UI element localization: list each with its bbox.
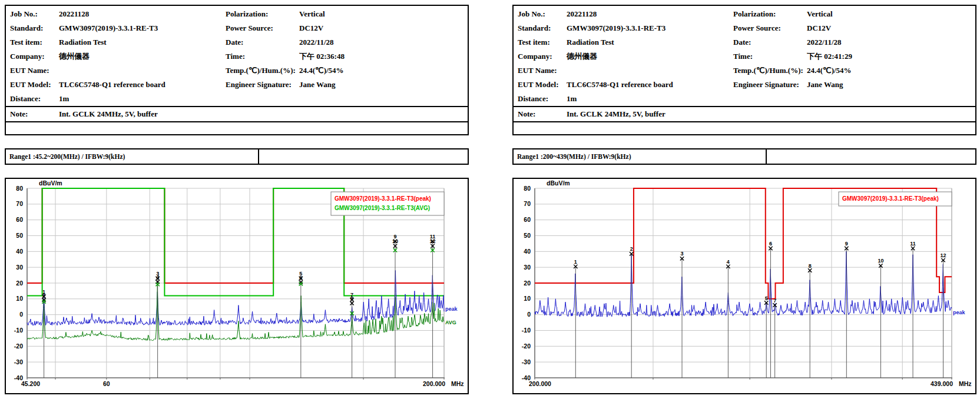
field-label: Standard:	[10, 24, 43, 33]
field-label: EUT Name:	[10, 66, 49, 75]
y-tick-label: -20	[522, 343, 531, 350]
header-row: EUT Model:TLC6C5748-Q1 reference boardEn…	[514, 78, 975, 92]
y-tick-label: -20	[14, 343, 23, 350]
chart-panel: -40-30-20-1001020304050607080200.000439.…	[512, 178, 976, 394]
marker-number: 1	[574, 259, 577, 265]
field-value: 1m	[567, 94, 577, 104]
field-value: Vertical	[807, 9, 833, 19]
field-value: DC12V	[299, 24, 323, 33]
field-value: TLC6C5748-Q1 reference board	[59, 80, 165, 89]
y-tick-label: -30	[522, 358, 531, 365]
field-label: Engineer Signature:	[733, 80, 799, 89]
field-label: EUT Model:	[10, 80, 51, 89]
note-row: Note: Int. GCLK 24MHz, 5V, buffer	[6, 106, 468, 121]
marker-number: 2	[42, 292, 45, 298]
header-row: EUT Model:TLC6C5748-Q1 reference boardEn…	[6, 78, 468, 92]
range-cell-left: Range1 :200~439(MHz) / IFBW:9(kHz)	[514, 149, 767, 164]
field-label: Job No.:	[10, 9, 38, 19]
field-value: Jane Wang	[807, 80, 843, 89]
y-tick-label: -10	[522, 327, 531, 334]
header-rows: Job No.:20221128Polarization:VerticalSta…	[514, 7, 975, 106]
y-axis-title: dBuV/m	[39, 179, 62, 187]
y-tick-label: 60	[16, 216, 23, 223]
trace-peak	[535, 251, 952, 317]
header-row: EUT Name:Temp.(℃)/Hum.(%):24.4(℃)/54%	[514, 64, 975, 78]
legend-entry: GMW3097(2019)-3.3.1-RE-T3(peak)	[842, 195, 939, 202]
y-tick-label: 70	[16, 200, 23, 207]
marker-number: 4	[727, 259, 730, 265]
field-value: 24.4(℃)/54%	[299, 66, 344, 75]
y-tick-label: 60	[524, 216, 531, 223]
y-tick-label: 50	[524, 232, 531, 239]
marker-number: 8	[350, 295, 353, 301]
field-label: Date:	[733, 38, 751, 47]
x-tick-label: 60	[103, 380, 110, 387]
y-tick-label: 0	[527, 311, 531, 318]
field-label: Engineer Signature:	[226, 80, 292, 89]
header-row: Test item:Radiation TestDate:2022/11/28	[6, 35, 468, 49]
field-value: 20221128	[567, 9, 597, 19]
trace-end-label: peak	[953, 310, 966, 315]
field-value: Jane Wang	[299, 80, 336, 89]
field-label: Polarization:	[226, 9, 268, 19]
range-label: Range1 :45.2~200(MHz) / IFBW:9(kHz)	[9, 153, 125, 160]
x-tick-label: 200.000	[529, 380, 551, 387]
field-value: Radiation Test	[59, 38, 107, 47]
field-label: Company:	[518, 52, 552, 61]
trace-AVG	[27, 284, 444, 340]
y-tick-label: 40	[16, 248, 23, 255]
field-label: Polarization:	[733, 9, 776, 19]
y-tick-label: 30	[16, 264, 23, 271]
spectrum-chart: -40-30-20-100102030405060708045.20060200…	[6, 179, 468, 393]
field-value: 德州儀器	[59, 51, 90, 62]
x-tick-label: 45.200	[21, 380, 40, 387]
header-row: Standard:GMW3097(2019)-3.3.1-RE-T3Power …	[514, 21, 975, 35]
field-label: Distance:	[518, 94, 548, 104]
range-label: Range1 :200~439(MHz) / IFBW:9(kHz)	[517, 153, 631, 160]
field-value: 1m	[59, 94, 69, 104]
header-row: Distance:1m	[6, 92, 468, 106]
range-cell-right	[259, 149, 468, 164]
field-value: 2022/11/28	[807, 38, 842, 47]
field-value: 20221128	[59, 9, 89, 19]
x-tick-label: 200.000	[423, 380, 445, 387]
marker-number: 6	[769, 241, 772, 247]
field-label: Date:	[226, 38, 243, 47]
field-label: EUT Model:	[518, 80, 558, 89]
note-value: Int. GCLK 24MHz, 5V, buffer	[567, 109, 666, 119]
marker-number: 5	[765, 295, 768, 301]
note-label: Note:	[10, 109, 28, 119]
y-tick-label: 80	[524, 185, 531, 192]
field-label: Company:	[10, 52, 45, 61]
header-rows: Job No.:20221128Polarization:VerticalSta…	[6, 7, 468, 106]
chart-panel: -40-30-20-100102030405060708045.20060200…	[5, 178, 469, 394]
note-row: Note: Int. GCLK 24MHz, 5V, buffer	[514, 106, 975, 121]
header-row: Standard:GMW3097(2019)-3.3.1-RE-T3Power …	[6, 21, 468, 35]
y-axis-title: dBuV/m	[547, 179, 570, 187]
x-tick-label: 439.000	[931, 380, 953, 387]
field-value: GMW3097(2019)-3.3.1-RE-T3	[59, 24, 158, 33]
note-value: Int. GCLK 24MHz, 5V, buffer	[59, 109, 158, 119]
header-row: Job No.:20221128Polarization:Vertical	[6, 7, 468, 21]
trace-end-label: peak	[445, 306, 458, 312]
field-value: 德州儀器	[567, 51, 597, 62]
marker-number: 6	[299, 275, 302, 281]
header-empty-row	[514, 121, 975, 134]
legend-entry: GMW3097(2019)-3.3.1-RE-T3(peak)	[335, 195, 431, 202]
header-row: Company:德州儀器Time:下午 02:41:29	[514, 49, 975, 64]
field-label: Distance:	[10, 94, 41, 104]
field-label: Test item:	[518, 38, 550, 47]
y-tick-label: 80	[16, 185, 23, 192]
marker-number: 8	[809, 263, 812, 269]
y-tick-label: 0	[19, 311, 23, 318]
y-tick-label: -10	[14, 327, 23, 334]
marker-number: 12	[941, 252, 946, 258]
field-value: TLC6C5748-Q1 reference board	[567, 80, 673, 89]
marker-number: 12	[430, 238, 436, 244]
field-value: 下午 02:36:48	[299, 51, 345, 62]
marker-number: 9	[845, 241, 848, 247]
field-label: Time:	[733, 52, 753, 61]
header-row: Company:德州儀器Time:下午 02:36:48	[6, 49, 468, 64]
range-box: Range1 :45.2~200(MHz) / IFBW:9(kHz)	[5, 148, 469, 165]
field-label: Temp.(℃)/Hum.(%):	[733, 66, 803, 75]
